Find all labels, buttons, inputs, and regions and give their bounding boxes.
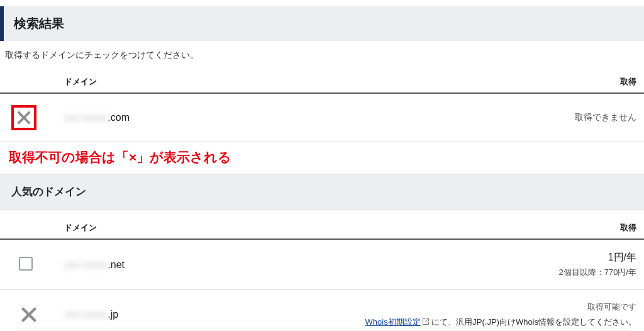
domain-masked: xxx-xxxxx [64,259,108,270]
domain-name-cell: xxx-xxxxx.jp [64,309,309,320]
table-row: xxx-xxxxx.net 1円/年 2個目以降：770円/年 [0,240,644,290]
price-sub: 2個目以降：770円/年 [473,267,636,278]
external-link-icon [422,318,430,327]
annotation-unavailable-x: 取得不可の場合は「×」が表示される [0,142,644,174]
instruction-text: 取得するドメインにチェックをつけてください。 [5,50,639,61]
domain-tld: .com [108,112,130,123]
whois-settings-link[interactable]: Whois初期設定 [365,317,421,327]
domain-tld: .jp [108,309,118,320]
col-status-label: 取得 [473,222,636,233]
table-row: xxx-xxxxx.com 取得できません [0,94,644,142]
table-row: xxx-xxxxx.jp 取得可能です Whois初期設定 にて、汎用JP(.J… [0,290,644,331]
table-header: ドメイン 取得 [0,72,644,94]
unavailable-x-icon [16,302,42,327]
col-domain-label: ドメイン [64,76,473,87]
table-header: ドメイン 取得 [0,218,644,240]
domain-masked: xxx-xxxxx [64,112,108,123]
section-popular-domains: 人気のドメイン [0,174,644,210]
domain-tld: .net [108,259,125,270]
search-results-header: 検索結果 [0,6,644,41]
domain-name-cell: xxx-xxxxx.net [64,259,473,271]
price-main: 1円/年 [473,251,636,264]
whois-note-rest: にて、汎用JP(.JP)向けWhois情報を設定してください。 [430,317,636,327]
whois-note: Whois初期設定 にて、汎用JP(.JP)向けWhois情報を設定してください… [309,317,636,328]
page-title: 検索結果 [14,15,634,32]
col-domain-label: ドメイン [64,222,473,233]
unavailable-x-icon [11,105,36,130]
domain-name-cell: xxx-xxxxx.com [64,112,473,123]
col-status-label: 取得 [473,76,636,87]
status-available: 取得可能です [309,301,636,313]
status-unavailable: 取得できません [473,112,636,123]
domain-select-checkbox[interactable] [19,257,33,271]
domain-masked: xxx-xxxxx [64,309,108,320]
